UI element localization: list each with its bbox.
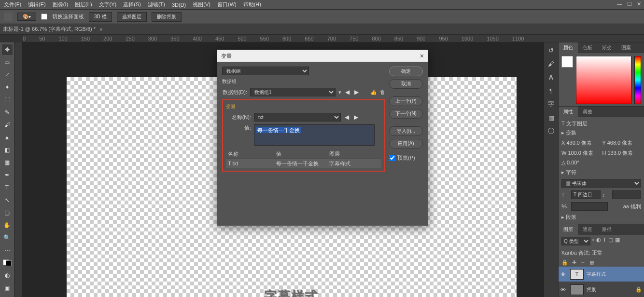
menu-help[interactable]: 帮助(H) <box>243 1 261 8</box>
menu-filter[interactable]: 滤镜(T) <box>148 1 165 8</box>
ok-button[interactable]: 确定 <box>389 67 423 76</box>
layer-row[interactable]: 👁 T 字幕样式 <box>559 267 644 282</box>
layer-row[interactable]: 👁 背景 🔒 <box>559 282 644 297</box>
menu-edit[interactable]: 编辑(E) <box>28 1 46 8</box>
menu-3d[interactable]: 3D(D) <box>172 2 186 8</box>
next-button[interactable]: 下一个(N) <box>389 109 423 119</box>
edit-toolbar-icon[interactable]: ⋯ <box>2 245 13 256</box>
opt-checkbox[interactable] <box>41 14 47 20</box>
path-tool-icon[interactable]: ↖ <box>2 195 13 205</box>
window-controls[interactable]: —☐✕ <box>617 1 641 7</box>
menu-file[interactable]: 文件(F) <box>4 1 21 8</box>
filter-smart-icon[interactable]: ▦ <box>615 237 620 245</box>
mask-mode-icon[interactable]: ◐ <box>2 270 13 281</box>
char-panel-icon[interactable]: A <box>546 72 556 82</box>
lock-pos-icon[interactable]: ↔ <box>580 259 586 266</box>
tab-props[interactable]: 属性 <box>559 107 578 117</box>
menu-view[interactable]: 视图(V) <box>193 1 210 8</box>
filter-txt-icon[interactable]: T <box>603 237 606 245</box>
para-title[interactable]: ▸ 段落 <box>561 214 641 221</box>
info-icon[interactable]: ⓘ <box>546 126 556 136</box>
tab-gradient[interactable]: 渐变 <box>597 42 616 53</box>
tab-adjust[interactable]: 调整 <box>578 107 597 117</box>
lock-icon[interactable]: 🔒 <box>561 259 568 266</box>
thumbs-up-icon[interactable]: 👍 <box>370 89 377 95</box>
filter-adj-icon[interactable]: ◐ <box>596 237 601 245</box>
dataset-select[interactable]: 数据组1 <box>250 88 336 96</box>
font-family[interactable]: 室 书宋体 <box>561 179 641 188</box>
doc-tab[interactable]: 未标题-1 @ 66.7% (字幕样式, RGB/8) *× <box>0 24 644 35</box>
tab-layers[interactable]: 图层 <box>559 224 578 235</box>
glyph-panel-icon[interactable]: 字 <box>546 99 556 109</box>
preview-checkbox[interactable] <box>389 155 395 161</box>
hand-tool-icon[interactable]: ✋ <box>2 220 13 230</box>
color-swatch-icon[interactable] <box>561 56 573 68</box>
dialog-titlebar[interactable]: 变量 × <box>217 50 428 62</box>
color-field[interactable] <box>576 56 631 104</box>
tool-preset-icon[interactable]: 🎨▾ <box>17 13 36 21</box>
hue-slider[interactable] <box>634 56 641 104</box>
visibility-icon[interactable]: 👁 <box>560 287 567 293</box>
home-icon[interactable] <box>4 13 13 21</box>
pen-tool-icon[interactable]: ✒ <box>2 170 13 180</box>
kerning-input[interactable] <box>571 202 608 211</box>
prev-var-icon[interactable]: ◀ <box>344 114 350 121</box>
menu-image[interactable]: 图像(I) <box>53 1 68 8</box>
font-size-input[interactable] <box>571 190 601 199</box>
apply-button[interactable]: 应用(A) <box>389 139 423 148</box>
lock-all-icon[interactable]: ▦ <box>589 259 594 266</box>
opt-btn-3d[interactable]: 3D 模 <box>89 12 112 22</box>
next-var-icon[interactable]: ▶ <box>353 114 359 121</box>
move-tool-icon[interactable]: ✥ <box>2 44 13 55</box>
props-transform-title[interactable]: ▸ 变换 <box>561 129 641 136</box>
table-row[interactable]: T txt 每一份情一千金换 字幕样式 <box>226 159 381 168</box>
wand-tool-icon[interactable]: ✦ <box>2 82 13 93</box>
lock-pix-icon[interactable]: ✚ <box>572 259 576 266</box>
stamp-tool-icon[interactable]: ▲ <box>2 132 13 143</box>
screen-mode-icon[interactable]: ▣ <box>2 283 13 293</box>
lasso-tool-icon[interactable]: ⟋ <box>2 69 13 80</box>
crop-tool-icon[interactable]: ⛶ <box>2 94 13 105</box>
tab-pattern[interactable]: 图案 <box>616 42 636 53</box>
opt-btn-selectlayer[interactable]: 选择图层 <box>117 12 147 22</box>
menu-layer[interactable]: 图层(L) <box>75 1 92 8</box>
fg-bg-swatch-icon[interactable] <box>3 259 12 266</box>
gradient-tool-icon[interactable]: ▦ <box>2 157 13 168</box>
type-tool-icon[interactable]: T <box>2 182 13 193</box>
char-section-title[interactable]: ▸ 字符 <box>561 169 641 176</box>
leading-input[interactable] <box>612 190 642 199</box>
tab-color[interactable]: 颜色 <box>559 42 578 53</box>
para-panel-icon[interactable]: ¶ <box>546 86 556 95</box>
close-icon[interactable]: × <box>420 52 424 60</box>
brush-panel-icon[interactable]: 🖌 <box>546 59 556 68</box>
visibility-icon[interactable]: 👁 <box>560 271 567 277</box>
tab-channels[interactable]: 通道 <box>578 224 597 235</box>
cancel-button[interactable]: 取消 <box>389 79 423 89</box>
layer-filter[interactable]: Q 类型 <box>561 237 590 245</box>
eraser-tool-icon[interactable]: ◧ <box>2 145 13 155</box>
opt-btn-removebg[interactable]: 删除背景 <box>152 12 182 22</box>
varname-select[interactable]: txt <box>254 113 341 122</box>
menu-type[interactable]: 文字(Y) <box>99 1 117 8</box>
trash-icon[interactable]: 🗑 <box>380 89 385 95</box>
menu-window[interactable]: 窗口(W) <box>217 1 237 8</box>
blend-mode[interactable]: Kanba 合法: 正常 <box>561 249 602 256</box>
dataset-menu-icon[interactable]: ▾ <box>338 89 341 95</box>
shape-tool-icon[interactable]: ▢ <box>2 207 13 218</box>
import-button[interactable]: 导入(I)... <box>389 126 423 136</box>
aa-select[interactable]: aa 锐利 <box>610 203 642 210</box>
filter-shape-icon[interactable]: ▢ <box>608 237 613 245</box>
next-dataset-icon[interactable]: ▶ <box>353 89 360 95</box>
brush-tool-icon[interactable]: 🖌 <box>2 120 13 130</box>
filter-img-icon[interactable]: ▫ <box>592 237 594 245</box>
dataset-tab-select[interactable]: 数据组 <box>222 67 309 75</box>
zoom-tool-icon[interactable]: 🔍 <box>2 232 13 243</box>
history-icon[interactable]: ↺ <box>546 45 556 55</box>
tab-paths[interactable]: 路径 <box>597 224 616 235</box>
menu-select[interactable]: 选择(S) <box>123 1 141 8</box>
value-textarea[interactable]: 每一份情—千金换 <box>254 124 375 146</box>
marquee-tool-icon[interactable]: ▭ <box>2 57 13 68</box>
swatches-icon[interactable]: ▦ <box>546 113 556 122</box>
eyedropper-tool-icon[interactable]: ✎ <box>2 107 13 118</box>
prev-dataset-icon[interactable]: ◀ <box>344 89 350 95</box>
